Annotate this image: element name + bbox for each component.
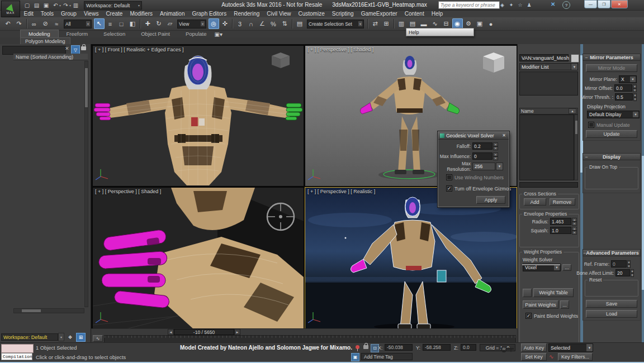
mini-curve-editor-icon[interactable]: ∿	[93, 335, 103, 342]
close-button[interactable]: ✕	[611, 0, 628, 8]
weight-table-button[interactable]: Weight Table	[533, 288, 574, 297]
checkbox-paint-blend-weights[interactable]: ✓ Paint Blend Weights	[525, 313, 579, 319]
mirror-icon[interactable]: ⇄	[370, 18, 381, 29]
falloff-spinner[interactable]: ▲▼	[493, 142, 498, 150]
unlink-selection-icon[interactable]: ⊘	[40, 18, 51, 29]
sort-ascending-icon[interactable]: ▲	[569, 108, 576, 114]
solver-options-button[interactable]: ...	[562, 264, 571, 271]
viewport-perspective-realistic[interactable]: [ + ] [ Perspective ] [ Realistic ]	[305, 187, 517, 329]
selection-lock-icon[interactable]	[363, 345, 368, 349]
viewport-front-label[interactable]: [ + ] [ Front ] [ Realistic + Edged Face…	[95, 47, 184, 52]
menu-customize[interactable]: Customize	[295, 11, 328, 17]
menu-tools[interactable]: Tools	[37, 11, 57, 17]
mirror-plane-dropdown[interactable]: X▼	[619, 75, 637, 83]
max-influence-spinner[interactable]: ▲▼	[493, 152, 498, 160]
communication-center-icon[interactable]: ✦	[508, 1, 515, 8]
ref-frame-spinner[interactable]: ▲▼	[627, 260, 631, 268]
max-resolution-dropdown[interactable]: 256	[472, 163, 495, 170]
tree-horizontal-scrollbar[interactable]	[13, 308, 84, 313]
auto-key-button[interactable]: Auto Key	[521, 343, 547, 352]
chevron-down-icon[interactable]: ▾	[59, 3, 61, 7]
bones-list-header[interactable]: Name ▲	[519, 108, 578, 114]
edit-named-selection-sets-icon[interactable]: ▤	[295, 18, 305, 29]
y-coordinate-field[interactable]: -58.258	[423, 344, 451, 351]
menu-group[interactable]: Group	[58, 11, 80, 17]
save-button[interactable]: Save	[586, 300, 637, 308]
undo-small-icon[interactable]: ↶	[51, 1, 60, 9]
select-and-scale-icon[interactable]: ▱	[165, 18, 176, 29]
isolate-selection-toggle-icon[interactable]: ▣	[351, 353, 359, 361]
window-crossing-icon[interactable]: ◧	[127, 18, 138, 29]
chevron-down-icon[interactable]: ▼	[496, 163, 503, 170]
rectangular-selection-region-icon[interactable]: □	[116, 18, 127, 29]
select-and-link-icon[interactable]: ∞	[29, 18, 40, 29]
key-filters-button[interactable]: Key Filters...	[558, 353, 593, 361]
maximize-button[interactable]: ❐	[598, 0, 610, 8]
bone-affect-limit-field[interactable]: 20	[615, 269, 630, 276]
paint-weights-button[interactable]: Paint Weights	[523, 300, 558, 309]
ribbon-tab-populate[interactable]: Populate	[178, 30, 215, 37]
maxscript-mini-recorder[interactable]	[1, 344, 34, 353]
save-file-icon[interactable]: ▣	[42, 1, 50, 9]
advanced-parameters-header[interactable]: −Advanced Parameters	[583, 249, 641, 256]
ref-frame-field[interactable]: 0	[611, 260, 627, 268]
max-influence-field[interactable]: 0	[472, 152, 493, 160]
snaps-toggle-icon[interactable]: ∩	[246, 18, 257, 29]
angle-snap-icon[interactable]: ∠	[257, 18, 268, 29]
mirror-thresh-spinner[interactable]: ▲▼	[633, 93, 637, 101]
scene-explorer-toggle-icon[interactable]: ❖	[66, 333, 74, 341]
use-pivot-point-icon[interactable]: ◎	[209, 18, 219, 29]
select-object-icon[interactable]: ↖	[94, 18, 105, 29]
squash-spinner[interactable]: ▲▼	[572, 227, 577, 234]
project-folder-icon[interactable]: ▥	[72, 1, 80, 9]
falloff-field[interactable]: 0.2	[472, 142, 493, 150]
select-and-move-icon[interactable]: ✚	[143, 18, 153, 29]
menu-gameexporter[interactable]: GameExporter	[357, 11, 401, 17]
clear-search-icon[interactable]: ✕	[65, 46, 69, 51]
menu-scripting[interactable]: Scripting	[328, 11, 357, 17]
select-and-rotate-icon[interactable]: ↻	[154, 18, 164, 29]
update-button[interactable]: Update	[586, 130, 637, 138]
ribbon-tab-freeform[interactable]: Freeform	[59, 30, 96, 37]
checkbox-manual-update[interactable]: Manual Update	[588, 122, 638, 128]
rollout-scrollbar[interactable]	[642, 44, 644, 342]
workspace-selector[interactable]: Workspace: Default ▾	[84, 1, 142, 9]
close-icon[interactable]: ✕	[501, 133, 507, 138]
ribbon-display-icon[interactable]: ▣▾	[214, 31, 222, 37]
menu-help[interactable]: Help	[428, 11, 447, 17]
layer-explorer-toggle-icon[interactable]: ⊞	[76, 333, 86, 342]
checkbox-turn-off-envelope-gizmos[interactable]: ✓ Turn off Envelope Gizmos	[446, 185, 509, 192]
mirror-thresh-field[interactable]: 0.5	[615, 93, 633, 101]
select-by-name-icon[interactable]: ≡	[105, 18, 116, 29]
viewport-perspective-bl-label[interactable]: [ + ] [ Perspective ] [ Shaded ]	[95, 189, 161, 194]
search-input[interactable]	[438, 1, 500, 9]
load-button[interactable]: Load	[586, 310, 637, 318]
redo-icon[interactable]: ↷	[14, 18, 25, 29]
next-range-icon[interactable]: ►	[234, 329, 240, 335]
key-selection-dropdown[interactable]: Selected ▼	[548, 343, 593, 352]
bind-to-space-warp-icon[interactable]: ≈	[51, 18, 62, 29]
rendered-frame-window-icon[interactable]: ▣	[475, 18, 485, 29]
squash-field[interactable]: 1.0	[550, 227, 571, 234]
lock-icon[interactable]	[81, 46, 86, 50]
explorer-workspace-selector[interactable]: Workspace: Default	[1, 333, 58, 341]
open-file-icon[interactable]: ▤	[32, 1, 41, 9]
render-production-icon[interactable]: ●	[486, 18, 496, 29]
dialog-title-bar[interactable]: Geodesic Voxel Solver ✕	[438, 132, 509, 140]
tree-vertical-scrollbar[interactable]	[84, 61, 88, 307]
z-coordinate-field[interactable]: 0.0	[461, 344, 476, 351]
favorites-icon[interactable]: ☆	[517, 1, 524, 8]
time-ruler[interactable]	[104, 335, 516, 343]
object-name-field[interactable]: VAN:vanguard_Mesh	[519, 54, 569, 61]
toggle-scene-explorer-icon[interactable]: ▥	[396, 18, 407, 29]
viewport-front[interactable]: [ + ] [ Front ] [ Realistic + Edged Face…	[92, 45, 304, 187]
menu-graph-editors[interactable]: Graph Editors	[188, 11, 230, 17]
menu-views[interactable]: Views	[80, 11, 102, 17]
modifier-list-dropdown[interactable]: Modifier List ▼	[519, 63, 578, 70]
help-icon[interactable]: ?	[562, 1, 570, 9]
mirror-parameters-header[interactable]: −Mirror Parameters	[583, 54, 641, 61]
selection-filter-dropdown[interactable]: All▾	[64, 20, 92, 28]
explorer-filter-icon[interactable]: ▽	[71, 45, 80, 54]
sign-in-icon[interactable]: ♟	[525, 1, 533, 8]
polygon-modeling-panel-tab[interactable]: Polygon Modeling	[20, 37, 70, 44]
